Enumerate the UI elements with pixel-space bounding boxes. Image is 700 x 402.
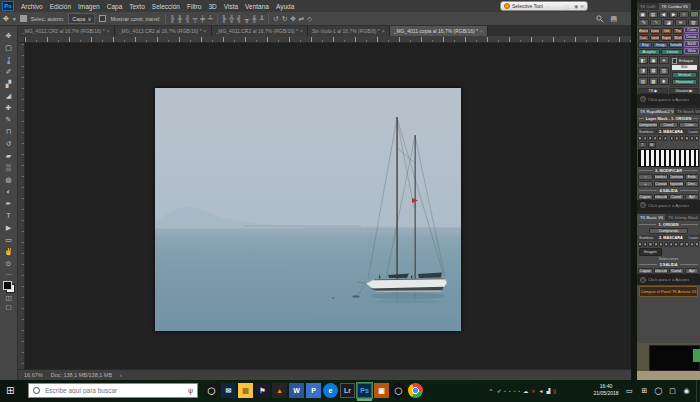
tray-chevron-icon[interactable]: ^ — [488, 387, 494, 395]
minimize-button[interactable]: – — [545, 3, 553, 9]
combo-side-button[interactable]: Color — [684, 27, 699, 33]
source-button[interactable]: Compuesto — [649, 228, 688, 234]
move-tool[interactable]: ✥ — [1, 30, 17, 42]
source-button[interactable]: Canal — [659, 122, 679, 128]
green-tray-icon[interactable]: ▪ — [519, 387, 521, 395]
mask-level-button[interactable]: 3 — [654, 242, 658, 248]
search-icon[interactable] — [596, 15, 604, 23]
menu-item[interactable]: Vista — [224, 3, 238, 10]
tk-note-text[interactable]: Click para ir a Ajustes — [648, 277, 689, 282]
mask-level-button[interactable]: 5 — [643, 136, 647, 142]
pen-tool[interactable]: ✒ — [1, 198, 17, 210]
tab-tk-covi[interactable]: TK CoVi — [637, 3, 659, 10]
document-tab[interactable]: _MG_4012.CR2 al 16,7% (RGB/16) * × — [18, 26, 115, 36]
combo-action-button[interactable]: Luz — [638, 35, 649, 41]
tool-caret-icon[interactable]: ▾ — [13, 16, 16, 22]
merge-icon[interactable]: ▩ — [649, 77, 659, 85]
file-explorer-icon[interactable]: ▤ — [238, 383, 253, 398]
sharpen-checkbox[interactable] — [672, 58, 678, 64]
combo-export-button[interactable]: Exp — [638, 42, 652, 48]
menu-item[interactable]: Imagen — [78, 3, 100, 10]
mask-level-button[interactable]: 1 — [664, 242, 668, 248]
eyedropper-tool[interactable]: ◢ — [1, 90, 17, 102]
image-source-button[interactable]: Imagen — [639, 248, 662, 256]
grid-tray-icon[interactable]: ⊞ — [640, 384, 649, 398]
close-tab-icon[interactable]: × — [204, 28, 207, 34]
type-tool[interactable]: T — [1, 210, 17, 222]
tk-note-text[interactable]: Click para ir a Ajustes — [648, 97, 689, 102]
align-left-icon[interactable]: ╟ — [170, 14, 175, 24]
lights-label[interactable]: Luces — [688, 236, 698, 240]
mask-mode-button[interactable]: M — [648, 142, 657, 148]
mask-level-button[interactable]: 1 — [670, 136, 674, 142]
modify-button[interactable]: Des. — [685, 181, 700, 187]
shape-tool[interactable]: ▭ — [1, 234, 17, 246]
app-tray-icon[interactable]: ▪ — [509, 387, 511, 395]
maximize-button[interactable]: ▢ — [562, 3, 570, 10]
distribute-top-icon[interactable]: ╠ — [222, 14, 227, 24]
close-tray-icon[interactable]: ✕ — [531, 387, 535, 395]
vlc-tray-icon[interactable]: ▪ — [514, 387, 516, 395]
tab-tk-batch[interactable]: TK Batch V6 — [674, 108, 700, 115]
align-bottom-icon[interactable]: ╧ — [208, 14, 213, 24]
tk-note-text[interactable]: Click para ir a Ajustes — [648, 203, 689, 208]
mask-level-button[interactable]: 6 — [638, 136, 642, 142]
document-tab[interactable]: _MG_4013.CR2 al 16,7% (RGB/16) * × — [115, 26, 212, 36]
clone-stamp-tool[interactable]: ⊓ — [1, 126, 17, 138]
menu-item[interactable]: Archivo — [21, 3, 43, 10]
edit-toolbar-icon[interactable]: ⋯ — [6, 270, 12, 278]
combo-confirm-button[interactable]: Lienzo — [661, 49, 683, 55]
quick-selection-tool[interactable]: ✐ — [1, 66, 17, 78]
menu-item[interactable]: Edición — [50, 3, 71, 10]
combo-side-button[interactable]: B&W — [684, 41, 699, 47]
photoshop-icon[interactable]: Ps — [357, 383, 372, 398]
pencil-icon[interactable]: ✏ — [675, 19, 686, 26]
menu-item[interactable]: Capa — [107, 3, 123, 10]
mask-level-button[interactable]: 1 — [663, 136, 667, 142]
path-selection-tool[interactable]: ▶ — [1, 222, 17, 234]
network-tray-icon[interactable]: ▟ — [546, 387, 550, 395]
hand-tool[interactable]: ✌ — [1, 246, 17, 258]
status-options-arrow[interactable]: › — [120, 372, 122, 378]
mask-level-button[interactable]: 1 — [669, 242, 673, 248]
combo-menu-button[interactable]: Usuario ▶ — [669, 88, 699, 94]
square-tray-icon[interactable]: ▢ — [668, 384, 677, 398]
mask-level-button[interactable]: 2 — [659, 242, 663, 248]
taskbar-search[interactable]: ψ — [28, 383, 198, 398]
modify-button[interactable]: − — [638, 174, 653, 180]
quick-mask-icon[interactable]: ◫ — [5, 293, 11, 302]
combo-side-button[interactable]: Desat. — [684, 34, 699, 40]
blur-tool[interactable]: ◍ — [1, 174, 17, 186]
auto-select-checkbox[interactable] — [20, 15, 27, 22]
distribute-left-icon[interactable]: ╥ — [244, 14, 249, 24]
mask-level-button[interactable]: 4 — [685, 136, 689, 142]
menu-item[interactable]: Ayuda — [276, 3, 294, 10]
crop-tool[interactable]: ▞ — [1, 78, 17, 90]
workspace-icon[interactable]: ▤ — [610, 15, 617, 23]
show-desktop-button[interactable] — [696, 380, 700, 402]
store-icon[interactable]: ⚑ — [255, 383, 270, 398]
volume-tray-icon[interactable]: ◄ — [539, 387, 544, 395]
modify-button[interactable]: + — [638, 181, 653, 187]
document-icon[interactable]: ▤ — [648, 11, 657, 18]
mask-level-button[interactable]: 3 — [653, 136, 657, 142]
show-transform-checkbox[interactable] — [99, 15, 106, 22]
shadows-label[interactable]: Sombras — [639, 130, 653, 134]
distribute-middle-icon[interactable]: ╬ — [229, 14, 234, 24]
modify-button[interactable]: Expande — [669, 181, 684, 187]
combo-menu-button[interactable]: TK ▶ — [638, 88, 668, 94]
menu-item[interactable]: Ventana — [245, 3, 269, 10]
source-button[interactable]: Compuesto — [638, 122, 658, 128]
circle-tray-icon[interactable]: ◯ — [654, 384, 663, 398]
copy-icon[interactable]: ▥ — [638, 77, 648, 85]
settings-icon[interactable]: ◯ — [391, 383, 406, 398]
zoom-100-button[interactable]: 100% — [690, 11, 699, 18]
mask-level-button[interactable]: 4 — [648, 136, 652, 142]
modify-button[interactable]: Contraer — [669, 174, 684, 180]
modify-button[interactable]: Enfo — [685, 174, 700, 180]
gear-icon[interactable]: ✱ — [659, 77, 669, 85]
modify-button[interactable]: Curvas — [654, 181, 669, 187]
mask-level-button[interactable]: 5 — [690, 136, 694, 142]
menu-item[interactable]: Selección — [152, 3, 180, 10]
mask-level-button[interactable]: 6 — [638, 242, 642, 248]
